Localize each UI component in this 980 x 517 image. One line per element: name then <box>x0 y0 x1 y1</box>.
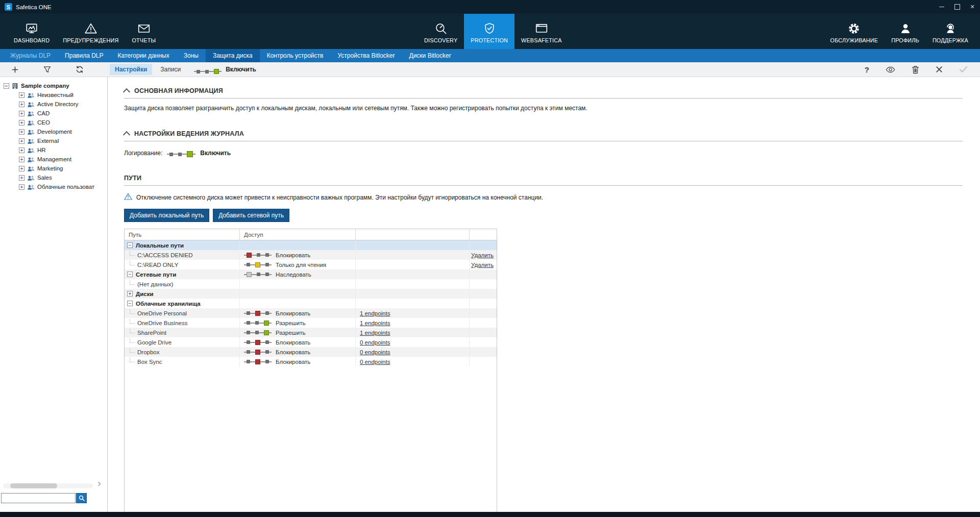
state-slider[interactable] <box>194 69 222 74</box>
nav-dashboard[interactable]: DASHBOARD <box>7 14 56 49</box>
tree-item[interactable]: +HR <box>0 145 107 155</box>
state-slider[interactable] <box>244 253 272 258</box>
nav-discovery[interactable]: DISCOVERY <box>418 14 464 49</box>
table-row[interactable]: C:\ACCESS DENIEDБлокироватьУдалить <box>125 250 497 260</box>
expand-box[interactable]: + <box>19 111 24 116</box>
help-button[interactable]: ? <box>865 65 869 74</box>
maximize-button[interactable] <box>949 0 965 14</box>
expand-box[interactable]: + <box>19 138 24 144</box>
table-group-row[interactable]: −Локальные пути <box>125 240 497 250</box>
add-network-path-button[interactable]: Добавить сетевой путь <box>213 209 289 222</box>
tree-item[interactable]: +Active Directory <box>0 100 107 109</box>
expand-box[interactable]: + <box>19 129 24 135</box>
endpoints-link[interactable]: 1 endpoints <box>360 310 390 316</box>
state-slider[interactable] <box>244 311 272 316</box>
add-button[interactable] <box>11 66 19 73</box>
tab-settings[interactable]: Настройки <box>110 64 152 75</box>
expand-box[interactable]: + <box>19 147 24 153</box>
tree-item[interactable]: +Marketing <box>0 164 107 173</box>
tree-item[interactable]: +CEO <box>0 118 107 127</box>
subnav-dlp-logs[interactable]: Журналы DLP <box>3 49 58 62</box>
tree-item[interactable]: +Sales <box>0 173 107 182</box>
state-slider[interactable] <box>244 330 272 335</box>
expand-box[interactable]: + <box>19 120 24 126</box>
endpoints-link[interactable]: 0 endpoints <box>360 349 390 355</box>
state-slider[interactable] <box>244 359 272 364</box>
subnav-zones[interactable]: Зоны <box>177 49 206 62</box>
expand-box[interactable]: + <box>19 175 24 181</box>
table-row[interactable]: OneDrive BusinessРазрешить1 endpoints <box>125 318 497 328</box>
section-basic-info-header[interactable]: ОСНОВНАЯ ИНФОРМАЦИЯ <box>124 87 963 99</box>
state-slider[interactable] <box>244 321 272 326</box>
table-group-row[interactable]: +Диски <box>125 289 497 299</box>
table-row[interactable]: Box SyncБлокировать0 endpoints <box>125 357 497 366</box>
delete-link[interactable]: Удалить <box>471 262 494 268</box>
table-group-row[interactable]: −Облачные хранилища <box>125 299 497 308</box>
state-slider[interactable] <box>244 272 272 277</box>
search-button[interactable] <box>76 493 87 503</box>
tree-root-item[interactable]: −Sample company <box>0 81 107 90</box>
nav-alerts[interactable]: ПРЕДУПРЕЖДЕНИЯ <box>56 14 125 49</box>
nav-websafetica[interactable]: WEBSAFETICA <box>514 14 569 49</box>
subnav-data-categories[interactable]: Категории данных <box>111 49 177 62</box>
scroll-right-icon[interactable] <box>97 479 101 488</box>
tree-item[interactable]: +CAD <box>0 109 107 118</box>
tree-item[interactable]: +Management <box>0 155 107 164</box>
expand-box[interactable]: + <box>19 184 24 190</box>
confirm-button[interactable] <box>959 66 968 73</box>
collapse-box[interactable]: − <box>127 242 133 248</box>
table-group-row[interactable]: −Сетевые путиНаследовать <box>125 269 497 279</box>
state-slider[interactable] <box>244 262 272 267</box>
endpoints-link[interactable]: 1 endpoints <box>360 330 390 336</box>
table-row[interactable]: SharePointРазрешить1 endpoints <box>125 328 497 337</box>
endpoints-link[interactable]: 0 endpoints <box>360 359 390 365</box>
subnav-bitlocker-disks[interactable]: Диски Bitlocker <box>402 49 458 62</box>
table-row[interactable]: DropboxБлокировать0 endpoints <box>125 347 497 357</box>
tree-item[interactable]: +Облачные пользоват <box>0 182 107 191</box>
refresh-button[interactable] <box>76 65 84 73</box>
table-header-access[interactable]: Доступ <box>240 229 356 240</box>
state-slider[interactable] <box>167 151 195 157</box>
nav-support[interactable]: ПОДДЕРЖКА <box>926 14 975 49</box>
state-slider[interactable] <box>244 340 272 345</box>
nav-profile[interactable]: ПРОФИЛЬ <box>885 14 926 49</box>
table-row[interactable]: Google DriveБлокировать0 endpoints <box>125 337 497 347</box>
nav-reports[interactable]: ОТЧЕТЫ <box>125 14 162 49</box>
state-slider[interactable] <box>244 350 272 355</box>
filter-button[interactable] <box>43 66 51 73</box>
collapse-box[interactable]: − <box>4 83 9 89</box>
cancel-button[interactable] <box>936 66 943 73</box>
subnav-device-control[interactable]: Контроль устройств <box>260 49 331 62</box>
horizontal-scrollbar[interactable] <box>3 483 93 488</box>
nav-maintenance[interactable]: ОБСЛУЖИВАНИЕ <box>824 14 885 49</box>
table-header-path[interactable]: Путь <box>125 229 240 240</box>
expand-box[interactable]: + <box>19 102 24 107</box>
tree-item[interactable]: +Неизвестный <box>0 90 107 100</box>
minimize-button[interactable] <box>934 0 949 14</box>
subnav-dlp-rules[interactable]: Правила DLP <box>58 49 110 62</box>
table-header-endpoints[interactable] <box>356 229 470 240</box>
subnav-disk-protection[interactable]: Защита диска <box>206 49 260 62</box>
section-logging-header[interactable]: НАСТРОЙКИ ВЕДЕНИЯ ЖУРНАЛА <box>124 130 963 141</box>
collapse-box[interactable]: − <box>127 272 133 277</box>
subnav-bitlocker-devices[interactable]: Устройства Bitlocker <box>330 49 402 62</box>
expand-box[interactable]: + <box>19 166 24 171</box>
expand-box[interactable]: + <box>19 92 24 98</box>
scrollbar-thumb[interactable] <box>10 483 57 488</box>
tab-records[interactable]: Записи <box>155 64 186 75</box>
nav-protection[interactable]: PROTECTION <box>464 14 514 49</box>
delete-link[interactable]: Удалить <box>471 252 494 258</box>
close-button[interactable]: ✕ <box>965 0 980 14</box>
collapse-box[interactable]: − <box>127 301 133 306</box>
add-local-path-button[interactable]: Добавить локальный путь <box>124 209 209 222</box>
endpoints-link[interactable]: 0 endpoints <box>360 339 390 346</box>
table-row[interactable]: (Нет данных) <box>125 279 497 289</box>
tree-item[interactable]: +External <box>0 136 107 145</box>
delete-button[interactable] <box>912 65 919 74</box>
endpoints-link[interactable]: 1 endpoints <box>360 320 390 326</box>
table-row[interactable]: OneDrive PersonalБлокировать1 endpoints <box>125 308 497 318</box>
tree-item[interactable]: +Development <box>0 127 107 136</box>
expand-box[interactable]: + <box>127 291 133 297</box>
search-input[interactable] <box>1 493 76 503</box>
expand-box[interactable]: + <box>19 157 24 162</box>
